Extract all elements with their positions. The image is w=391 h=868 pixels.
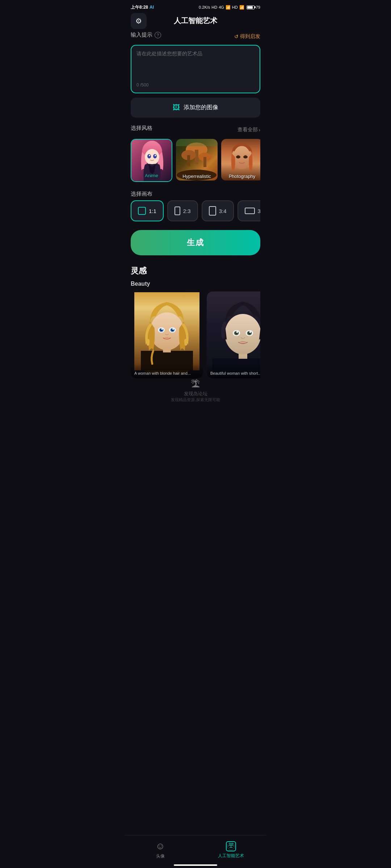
portrait2-icon: [209, 206, 216, 216]
view-all-styles[interactable]: 查看全部 ›: [237, 127, 260, 133]
gallery-art-1: [134, 292, 199, 375]
char-count: 0 /500: [136, 82, 255, 88]
square-icon: [138, 207, 146, 215]
gallery-item-1[interactable]: A woman with blonde hair and...: [131, 292, 203, 378]
help-icon[interactable]: ?: [155, 32, 161, 38]
bottom-nav: ☺ 头像 + 人工智能艺术: [125, 835, 266, 868]
canvas-3-4[interactable]: 3:4: [202, 200, 234, 221]
svg-point-5: [149, 155, 150, 156]
svg-point-53: [249, 331, 251, 333]
svg-rect-11: [187, 155, 190, 166]
svg-point-55: [247, 336, 248, 337]
svg-point-61: [230, 844, 232, 846]
style-label: 选择风格: [131, 125, 152, 132]
svg-point-49: [236, 331, 238, 333]
svg-point-36: [161, 328, 163, 330]
svg-point-18: [236, 156, 240, 158]
gallery-caption-2: Beautiful woman with short...: [207, 364, 260, 378]
gallery-caption-1: A woman with blonde hair and...: [131, 364, 203, 378]
canvas-3-2[interactable]: 3:2: [237, 200, 260, 221]
svg-point-6: [155, 155, 156, 156]
svg-point-32: [150, 312, 184, 350]
style-label-photography: Photography: [221, 174, 260, 179]
svg-point-2: [145, 149, 159, 165]
prompt-textarea-wrap: 0 /500: [131, 45, 260, 93]
svg-point-4: [153, 154, 157, 158]
style-item-hyperrealistic[interactable]: Hyperrealistic: [176, 139, 218, 182]
header: ⚙ 人工智能艺术: [125, 13, 266, 31]
svg-point-56: [241, 338, 242, 339]
canvas-scroll: 1:1 2:3 3:4 3:2: [131, 200, 260, 221]
canvas-label: 选择画布: [131, 191, 260, 197]
style-item-photography[interactable]: Photography: [221, 139, 260, 182]
portrait-icon: [175, 207, 180, 215]
svg-rect-14: [176, 139, 218, 146]
gallery-row: A woman with blonde hair and...: [131, 292, 260, 407]
main-content: 输入提示 ? ↺ 得到启发 0 /500 🖼 添加您的图像 选择风格 查看全部 …: [125, 31, 266, 407]
style-item-anime[interactable]: Anime: [131, 139, 172, 182]
inspiration-title: 灵感: [131, 265, 260, 276]
generate-button[interactable]: 生成: [131, 230, 260, 255]
gear-icon: ⚙: [135, 17, 142, 25]
svg-rect-13: [203, 157, 206, 167]
svg-point-40: [172, 328, 174, 330]
add-image-button[interactable]: 🖼 添加您的图像: [131, 98, 260, 118]
svg-text:+: +: [232, 843, 234, 845]
portrait-nav-icon: ☺: [155, 841, 165, 852]
status-right: 0.2K/s HD 4G 📶 HD 📶 79: [199, 5, 260, 10]
settings-button[interactable]: ⚙: [131, 13, 147, 29]
style-section-header: 选择风格 查看全部 ›: [131, 125, 260, 135]
nav-label-portrait: 头像: [156, 853, 165, 859]
canvas-2-3[interactable]: 2:3: [167, 200, 198, 221]
canvas-1-1[interactable]: 1:1: [131, 200, 164, 221]
page-title: 人工智能艺术: [174, 16, 217, 26]
home-indicator: [174, 864, 217, 866]
inspire-link[interactable]: ↺ 得到启发: [234, 33, 260, 40]
prompt-label: 输入提示 ?: [131, 31, 161, 38]
battery-icon: [247, 5, 255, 9]
nav-item-ai-art[interactable]: + 人工智能艺术: [196, 840, 266, 860]
prompt-section-header: 输入提示 ? ↺ 得到启发: [131, 31, 260, 41]
nav-label-ai-art: 人工智能艺术: [218, 853, 244, 859]
gallery-item-2[interactable]: Beautiful woman with short...: [207, 292, 260, 378]
landscape-icon: [245, 208, 255, 214]
status-time: 上午8:28 AI: [131, 4, 154, 10]
ai-art-icon-svg: +: [227, 842, 235, 851]
category-label: Beauty: [131, 281, 260, 287]
style-label-anime: Anime: [131, 173, 172, 178]
style-scroll: Anime: [131, 139, 260, 183]
ai-art-nav-icon: +: [226, 841, 236, 851]
status-bar: 上午8:28 AI 0.2K/s HD 4G 📶 HD 📶 79: [125, 0, 266, 13]
add-image-icon: 🖼: [173, 103, 180, 112]
svg-point-54: [238, 336, 239, 337]
prompt-textarea[interactable]: [136, 51, 255, 80]
svg-point-45: [225, 314, 260, 354]
nav-item-portrait[interactable]: ☺ 头像: [125, 839, 196, 861]
style-label-hyperrealistic: Hyperrealistic: [176, 174, 218, 179]
svg-point-3: [147, 154, 151, 158]
svg-point-19: [243, 156, 248, 158]
